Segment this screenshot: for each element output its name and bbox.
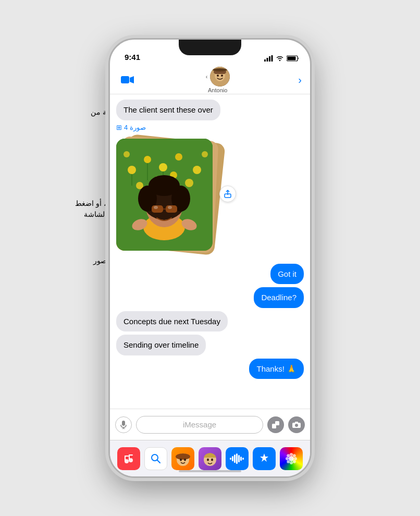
input-placeholder: iMessage (183, 420, 216, 429)
battery-icon (287, 55, 300, 62)
photo-image (116, 139, 213, 251)
contact-name: Antonio (208, 87, 227, 93)
svg-point-13 (213, 68, 227, 71)
svg-point-65 (184, 458, 186, 461)
svg-point-63 (176, 453, 190, 460)
message-received-1: The client sent these over (116, 100, 220, 120)
svg-point-27 (202, 151, 208, 157)
svg-point-19 (159, 163, 167, 171)
svg-point-76 (289, 456, 294, 461)
svg-rect-57 (129, 454, 130, 460)
svg-point-43 (168, 206, 172, 209)
photo-count-label: ⊞ 4 صورة (116, 124, 304, 131)
soundwave-icon (230, 453, 244, 464)
svg-rect-71 (234, 454, 236, 463)
search-app-icon (150, 453, 162, 464)
apps-icon (272, 421, 279, 428)
svg-rect-2 (269, 56, 270, 62)
phone-frame: 9:41 (108, 38, 312, 478)
svg-rect-3 (271, 55, 273, 62)
status-time: 9:41 (125, 53, 140, 62)
svg-point-26 (123, 151, 130, 157)
contact-header[interactable]: ‹ (206, 67, 230, 93)
grid-icon: ⊞ (116, 124, 122, 131)
mic-button[interactable] (115, 416, 132, 433)
share-button[interactable] (219, 186, 236, 202)
svg-rect-50 (275, 421, 279, 425)
svg-point-81 (287, 454, 290, 457)
svg-point-17 (128, 166, 136, 174)
app-appstore[interactable] (253, 447, 276, 470)
svg-point-25 (185, 179, 193, 187)
appstore-icon (258, 452, 270, 465)
svg-point-77 (290, 453, 293, 456)
svg-rect-7 (121, 76, 129, 83)
svg-point-64 (180, 458, 182, 461)
camera-icon (292, 422, 301, 428)
app-search[interactable] (144, 447, 167, 470)
svg-rect-6 (288, 57, 296, 60)
notch (179, 40, 241, 55)
music-icon (123, 453, 134, 464)
message-received-timeline: Sending over timeline (116, 335, 206, 355)
nav-bar: ‹ (110, 66, 310, 94)
signal-icon (264, 55, 273, 62)
svg-point-80 (294, 457, 297, 460)
photo-front[interactable] (116, 139, 213, 251)
photo-stack[interactable] (116, 137, 231, 261)
video-call-button[interactable] (118, 72, 137, 87)
svg-rect-72 (236, 453, 238, 464)
app-music[interactable] (117, 447, 140, 470)
message-input[interactable]: iMessage (136, 416, 263, 434)
svg-point-79 (286, 457, 289, 460)
photos-icon (285, 452, 298, 465)
message-sent-deadline: Deadline? (254, 287, 304, 308)
apps-button[interactable] (267, 416, 284, 433)
svg-rect-69 (230, 458, 231, 460)
avatar-image (210, 67, 230, 87)
app-memoji1[interactable] (171, 447, 194, 470)
contact-avatar (210, 67, 230, 87)
svg-point-18 (144, 156, 151, 163)
svg-point-82 (293, 460, 296, 463)
svg-point-4 (279, 60, 280, 61)
share-icon (224, 190, 232, 198)
home-indicator (179, 470, 241, 472)
svg-point-21 (193, 166, 201, 174)
camera-button[interactable] (288, 416, 305, 433)
app-memoji2[interactable] (199, 447, 221, 470)
video-icon (121, 75, 134, 84)
svg-rect-1 (267, 58, 268, 62)
app-photos[interactable] (280, 447, 303, 470)
svg-point-15 (221, 75, 223, 77)
svg-point-38 (149, 175, 180, 196)
memoji1-icon (175, 450, 191, 467)
svg-point-84 (287, 460, 290, 463)
detail-chevron[interactable]: › (298, 74, 302, 86)
svg-rect-70 (232, 456, 233, 461)
svg-rect-53 (295, 422, 298, 423)
svg-point-67 (207, 458, 209, 461)
svg-point-52 (295, 424, 298, 427)
wifi-icon (276, 55, 284, 62)
svg-rect-0 (264, 59, 266, 62)
chat-area[interactable]: The client sent these over ⊞ 4 صورة (110, 94, 310, 409)
svg-point-14 (217, 75, 219, 77)
svg-point-42 (154, 206, 158, 209)
svg-point-78 (290, 461, 293, 464)
svg-rect-75 (242, 458, 244, 460)
svg-rect-73 (238, 455, 240, 462)
app-soundwave[interactable] (226, 447, 249, 470)
svg-line-61 (157, 460, 160, 463)
phone-container: اعرض مجموعة منالصور كشبكة. اسحب للتصفح، … (0, 0, 420, 516)
photo-count-text: 4 صورة (124, 124, 146, 131)
svg-point-20 (175, 153, 182, 161)
svg-rect-46 (122, 421, 125, 426)
mic-icon (120, 421, 127, 429)
svg-point-83 (293, 454, 296, 457)
svg-rect-74 (240, 457, 242, 461)
status-icons (264, 55, 300, 62)
message-sent-thanks: Thanks! 🙏 (249, 359, 304, 379)
svg-marker-8 (130, 76, 134, 83)
message-sent-got-it: Got it (270, 264, 304, 285)
